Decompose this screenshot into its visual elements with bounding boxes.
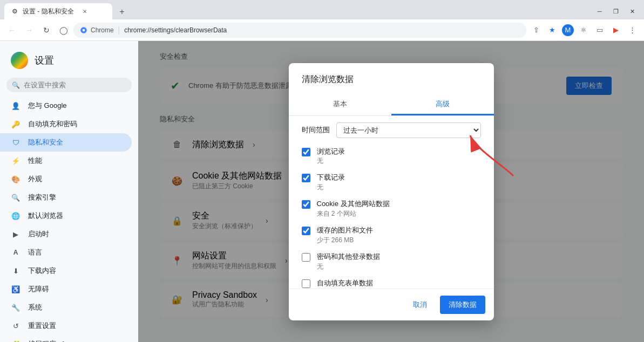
sidebar-label-appearance: 外观 — [28, 174, 42, 184]
minimize-button[interactable]: ─ — [592, 5, 607, 17]
tab-close-button[interactable]: ✕ — [80, 7, 89, 16]
tab-favicon: ⚙ — [11, 8, 18, 15]
checkbox-history-input[interactable] — [302, 148, 310, 156]
time-range-select[interactable]: 过去一小时过去24小时过去7天过去4周所有时间 — [336, 122, 481, 138]
settings-content: 安全检查 ✔ Chrome 有助于防范恶意数据泄露,工具扩展程序或插件可能影响到… — [138, 41, 644, 342]
sidebar-label-search: 搜索引擎 — [28, 193, 56, 202]
toolbar-actions: ⇧ ★ M ⚛ ▭ ▶ ⋮ — [528, 23, 640, 38]
sidebar-item-google[interactable]: 👤 您与 Google — [0, 97, 132, 115]
checkbox-autofill-input[interactable] — [302, 279, 310, 288]
sidebar-item-appearance[interactable]: 🎨 外观 — [0, 170, 132, 188]
extensions-icon: 🧩 — [11, 339, 21, 342]
cancel-button[interactable]: 取消 — [404, 296, 436, 314]
sidebar-search-input[interactable] — [6, 78, 132, 92]
sidebar-label-accessibility: 无障碍 — [28, 284, 49, 294]
checkbox-cache-label: 缓存的图片和文件 少于 266 MB — [317, 225, 373, 244]
sidebar-item-autofill[interactable]: 🔑 自动填充和密码 — [0, 115, 132, 133]
sidebar-item-accessibility[interactable]: ♿ 无障碍 — [0, 280, 132, 298]
sidebar-search-container: 🔍 — [6, 78, 132, 92]
sidebar-label-performance: 性能 — [28, 156, 42, 166]
search-engine-icon: 🔍 — [11, 193, 21, 202]
key-icon: 🔑 — [11, 119, 21, 129]
sidebar-item-startup[interactable]: ▶ 启动时 — [0, 225, 132, 243]
chrome-icon — [80, 26, 87, 34]
dialog-tab-bar: 基本 高级 — [289, 94, 494, 116]
sidebar-label-autofill: 自动填充和密码 — [28, 119, 77, 129]
dialog-title: 清除浏览数据 — [289, 63, 494, 85]
reset-icon: ↺ — [11, 321, 21, 331]
app-title: 设置 — [35, 54, 54, 67]
checkbox-cookies-label: Cookie 及其他网站数据 来自 2 个网站 — [317, 199, 390, 218]
restore-button[interactable]: ❐ — [608, 5, 623, 17]
url-path: chrome://settings/clearBrowserData — [124, 26, 227, 34]
search-icon: 🔍 — [12, 81, 20, 89]
browser-icon: 🌐 — [11, 211, 21, 221]
sidebar-label-reset: 重置设置 — [28, 321, 56, 331]
checkbox-downloads-input[interactable] — [302, 174, 310, 182]
sidebar-label-startup: 启动时 — [28, 229, 49, 239]
sidebar-item-default-browser[interactable]: 🌐 默认浏览器 — [0, 207, 132, 225]
sidebar-label-downloads: 下载内容 — [28, 266, 56, 276]
download-icon: ⬇ — [11, 266, 21, 276]
checkbox-cache-input[interactable] — [302, 227, 310, 235]
tab-title: 设置 - 隐私和安全 — [23, 7, 74, 16]
tab-advanced[interactable]: 高级 — [391, 94, 494, 115]
url-scheme: Chrome — [91, 26, 114, 34]
profile-button[interactable]: M — [562, 24, 574, 36]
appearance-icon: 🎨 — [11, 174, 21, 184]
checkbox-history: 浏览记录 无 — [302, 147, 481, 166]
tab-bar: ⚙ 设置 - 隐私和安全 ✕ + ─ ❐ ✕ — [0, 0, 644, 19]
performance-icon: ⚡ — [11, 156, 21, 166]
window-controls: ─ ❐ ✕ — [592, 5, 640, 19]
system-icon: 🔧 — [11, 303, 21, 312]
checkbox-autofill: 自动填充表单数据 — [302, 278, 481, 288]
dialog-body: 时间范围 过去一小时过去24小时过去7天过去4周所有时间 浏览记录 无 — [289, 116, 494, 289]
person-icon: 👤 — [11, 101, 21, 111]
main-layout: 设置 🔍 👤 您与 Google 🔑 自动填充和密码 🛡 隐私和安全 — [0, 41, 644, 342]
sidebar-item-reset[interactable]: ↺ 重置设置 — [0, 317, 132, 335]
cast-button[interactable]: ▶ — [608, 23, 623, 38]
checkbox-cookies: Cookie 及其他网站数据 来自 2 个网站 — [302, 199, 481, 218]
sidebar-label-language: 语言 — [28, 248, 42, 257]
sidebar-label-system: 系统 — [28, 303, 42, 312]
checkbox-passwords: 密码和其他登录数据 无 — [302, 252, 481, 271]
sidebar-item-downloads[interactable]: ⬇ 下载内容 — [0, 262, 132, 280]
back-button[interactable]: ← — [4, 23, 19, 38]
svg-point-1 — [83, 29, 85, 31]
browser-toggle[interactable]: ▭ — [592, 23, 607, 38]
sidebar-label-extensions: 扩展程序 ↗ — [28, 339, 65, 342]
close-button[interactable]: ✕ — [625, 5, 640, 17]
new-tab-button[interactable]: + — [114, 4, 130, 19]
sidebar-item-search[interactable]: 🔍 搜索引擎 — [0, 188, 132, 207]
address-bar[interactable]: Chrome │ chrome://settings/clearBrowserD… — [73, 23, 526, 38]
bookmark-button[interactable]: ★ — [545, 23, 560, 38]
checkbox-passwords-input[interactable] — [302, 253, 310, 262]
dialog-actions: 取消 清除数据 — [289, 289, 494, 320]
clear-data-button[interactable]: 清除数据 — [440, 296, 485, 314]
sidebar-item-privacy[interactable]: 🛡 隐私和安全 — [0, 133, 132, 152]
sidebar-label-google: 您与 Google — [28, 101, 67, 111]
tab-basic[interactable]: 基本 — [289, 94, 391, 115]
checkbox-cookies-input[interactable] — [302, 200, 310, 209]
extensions-button[interactable]: ⚛ — [576, 23, 591, 38]
sidebar: 设置 🔍 👤 您与 Google 🔑 自动填充和密码 🛡 隐私和安全 — [0, 41, 138, 342]
language-icon: A — [11, 248, 21, 257]
menu-button[interactable]: ⋮ — [625, 23, 640, 38]
clear-data-dialog: 清除浏览数据 基本 高级 时间范围 过去一小时过去24小时过去7天过去4周所有时… — [289, 63, 494, 320]
modal-overlay: 清除浏览数据 基本 高级 时间范围 过去一小时过去24小时过去7天过去4周所有时… — [138, 41, 644, 342]
share-button[interactable]: ⇧ — [528, 23, 544, 38]
home-button[interactable]: ◯ — [56, 23, 71, 38]
checkbox-cache: 缓存的图片和文件 少于 266 MB — [302, 225, 481, 244]
forward-button[interactable]: → — [22, 23, 37, 38]
sidebar-header: 设置 — [0, 45, 138, 76]
time-range-label: 时间范围 — [302, 125, 330, 135]
sidebar-item-language[interactable]: A 语言 — [0, 243, 132, 262]
sidebar-item-extensions[interactable]: 🧩 扩展程序 ↗ — [0, 335, 132, 342]
active-tab[interactable]: ⚙ 设置 - 隐私和安全 ✕ — [4, 3, 112, 19]
sidebar-item-performance[interactable]: ⚡ 性能 — [0, 152, 132, 170]
sidebar-item-system[interactable]: 🔧 系统 — [0, 298, 132, 317]
reload-button[interactable]: ↻ — [39, 23, 54, 38]
url-separator: │ — [117, 26, 121, 34]
checkbox-passwords-label: 密码和其他登录数据 无 — [317, 252, 380, 271]
checkbox-autofill-label: 自动填充表单数据 — [317, 278, 373, 288]
